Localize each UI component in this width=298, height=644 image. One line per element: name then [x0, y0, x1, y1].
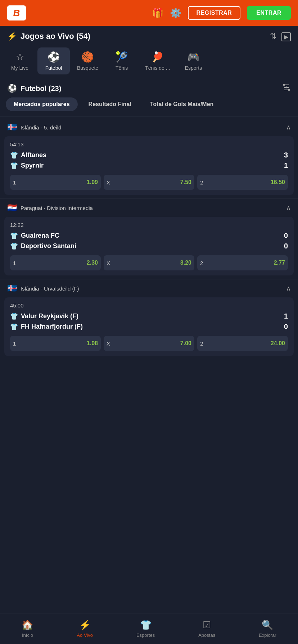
odds-value-3-x: 7.00 — [180, 340, 191, 347]
match-timer-2: 12:22 — [10, 222, 288, 228]
section-title: ⚽ Futebol (23) — [7, 84, 61, 93]
iceland-flag-3: 🇮🇸 — [7, 284, 17, 293]
odds-btn-1-x[interactable]: X 7.50 — [104, 175, 194, 190]
collapse-icon-3[interactable]: ∧ — [286, 284, 291, 292]
odds-value-2-1: 2.30 — [87, 260, 98, 266]
header-right: 🎁 ⚙️ REGISTRAR ENTRAR — [152, 6, 291, 20]
tennis-icon: 🎾 — [116, 51, 128, 63]
basketball-icon: 🏀 — [81, 51, 94, 63]
team-1a-label: Alftanes — [21, 151, 46, 159]
league-row-1: 🇮🇸 Islândia - 5. deild ∧ — [0, 118, 298, 136]
sort-icon[interactable]: ⇅ — [270, 32, 276, 41]
lightning-icon: ⚡ — [7, 32, 17, 41]
team-3a-label: Valur Reykjavik (F) — [21, 312, 78, 320]
nav-esportes[interactable]: 👕 Esportes — [136, 620, 155, 638]
match-card-2: 12:22 👕 Guairena FC 0 👕 Deportivo Santan… — [4, 217, 294, 275]
tab-tenis-mesa[interactable]: 🏓 Tênis de ... — [139, 47, 176, 74]
league-name-2: Paraguai - Division Intermedia — [21, 205, 93, 211]
entrar-button[interactable]: ENTRAR — [247, 6, 291, 20]
odds-label-2-1: 1 — [13, 260, 16, 266]
nav-explorar-label: Explorar — [259, 632, 276, 638]
odds-btn-2-2[interactable]: 2 2.77 — [197, 255, 288, 270]
nav-apostas[interactable]: ☑ Apostas — [198, 620, 215, 638]
registrar-button[interactable]: REGISTRAR — [188, 6, 241, 20]
odds-btn-2-x[interactable]: X 3.20 — [104, 255, 194, 270]
header: B 🎁 ⚙️ REGISTRAR ENTRAR — [0, 0, 298, 26]
tab-tenis[interactable]: 🎾 Tênis — [105, 47, 138, 74]
section-header: ⚽ Futebol (23) — [0, 78, 298, 97]
content-area: ⚡ Jogos ao Vivo (54) ⇅ ▶ ☆ My Live ⚽ Fut… — [0, 26, 298, 396]
live-title: ⚡ Jogos ao Vivo (54) — [7, 32, 90, 41]
nav-ao-vivo[interactable]: ⚡ Ao Vivo — [77, 620, 93, 638]
score-3b: 0 — [284, 323, 288, 331]
filter-icon[interactable] — [282, 83, 291, 94]
star-icon: ☆ — [15, 51, 24, 63]
iceland-flag-1: 🇮🇸 — [7, 123, 17, 132]
team-shirt-icon-1a: 👕 — [10, 151, 18, 159]
team-3b-name: 👕 FH Hafnarfjordur (F) — [10, 323, 83, 331]
score-2b: 0 — [284, 242, 288, 250]
team-row-3a: 👕 Valur Reykjavik (F) 1 — [10, 312, 288, 320]
odds-btn-1-1[interactable]: 1 1.09 — [10, 175, 101, 190]
odds-btn-1-2[interactable]: 2 16.50 — [197, 175, 288, 190]
bottom-nav: 🏠 Início ⚡ Ao Vivo 👕 Esportes ☑ Apostas … — [0, 613, 298, 644]
video-icon[interactable]: ▶ — [281, 32, 291, 41]
odds-label-3-1: 1 — [13, 341, 16, 347]
odds-label-1-2: 2 — [200, 179, 203, 186]
market-tabs: Mercados populares Resultado Final Total… — [0, 97, 298, 116]
team-3b-label: FH Hafnarfjordur (F) — [21, 323, 83, 330]
match-timer-1: 54:13 — [10, 141, 288, 147]
section-title-text: Futebol (23) — [21, 85, 61, 93]
odds-btn-2-1[interactable]: 1 2.30 — [10, 255, 101, 270]
tab-basquete[interactable]: 🏀 Basquete — [71, 47, 104, 74]
odds-value-3-2: 24.00 — [271, 340, 285, 347]
tennis-mesa-icon: 🏓 — [151, 51, 164, 63]
live-header: ⚡ Jogos ao Vivo (54) ⇅ ▶ — [0, 26, 298, 45]
score-1b: 1 — [284, 161, 288, 170]
odds-btn-3-x[interactable]: X 7.00 — [104, 336, 194, 351]
odds-value-1-1: 1.09 — [87, 179, 98, 186]
collapse-icon-2[interactable]: ∧ — [286, 204, 291, 212]
nav-ao-vivo-label: Ao Vivo — [77, 632, 93, 638]
market-tab-resultado[interactable]: Resultado Final — [81, 97, 139, 111]
team-shirt-icon-2a: 👕 — [10, 232, 18, 240]
live-icon: ⚡ — [79, 620, 91, 631]
league-name-1: Islândia - 5. deild — [21, 124, 61, 131]
tab-my-live[interactable]: ☆ My Live — [4, 47, 36, 74]
search-icon: 🔍 — [262, 620, 273, 631]
league-info-1: 🇮🇸 Islândia - 5. deild — [7, 123, 61, 132]
team-2a-name: 👕 Guairena FC — [10, 232, 59, 240]
team-shirt-icon-2b: 👕 — [10, 242, 18, 250]
market-tab-gols[interactable]: Total de Gols Mais/Men — [142, 97, 222, 111]
odds-label-2-x: X — [107, 260, 110, 266]
soccer-icon: ⚽ — [48, 51, 60, 63]
collapse-icon-1[interactable]: ∧ — [286, 123, 291, 131]
odds-btn-3-1[interactable]: 1 1.08 — [10, 336, 101, 351]
league-row-2: 🇵🇾 Paraguai - Division Intermedia ∧ — [0, 198, 298, 217]
tab-futebol[interactable]: ⚽ Futebol — [37, 47, 70, 74]
nav-explorar[interactable]: 🔍 Explorar — [259, 620, 276, 638]
nav-inicio[interactable]: 🏠 Início — [22, 620, 33, 638]
odds-value-2-x: 3.20 — [180, 260, 191, 266]
tab-esports[interactable]: 🎮 Esports — [177, 47, 209, 74]
tab-tenis-label: Tênis — [116, 65, 128, 71]
team-shirt-icon-1b: 👕 — [10, 162, 18, 170]
league-name-3: Islândia - Urvalsdeild (F) — [21, 286, 79, 292]
odds-label-3-x: X — [107, 341, 110, 347]
gift-icon[interactable]: 🎁 — [152, 8, 163, 19]
tab-futebol-label: Futebol — [45, 65, 62, 71]
ticket-icon: ☑ — [203, 620, 211, 631]
sport-tabs: ☆ My Live ⚽ Futebol 🏀 Basquete 🎾 Tênis 🏓… — [0, 45, 298, 78]
settings-icon[interactable]: ⚙️ — [170, 8, 181, 19]
odds-row-3: 1 1.08 X 7.00 2 24.00 — [10, 336, 288, 351]
market-tab-popular[interactable]: Mercados populares — [6, 97, 78, 111]
team-1b-label: Spyrnir — [21, 162, 44, 169]
live-header-actions: ⇅ ▶ — [270, 32, 291, 41]
team-2b-name: 👕 Deportivo Santani — [10, 242, 76, 250]
gamepad-icon: 🎮 — [187, 51, 200, 63]
odds-row-1: 1 1.09 X 7.50 2 16.50 — [10, 175, 288, 190]
odds-label-1-1: 1 — [13, 179, 16, 186]
team-2a-label: Guairena FC — [21, 232, 59, 239]
team-row-2b: 👕 Deportivo Santani 0 — [10, 242, 288, 250]
odds-btn-3-2[interactable]: 2 24.00 — [197, 336, 288, 351]
